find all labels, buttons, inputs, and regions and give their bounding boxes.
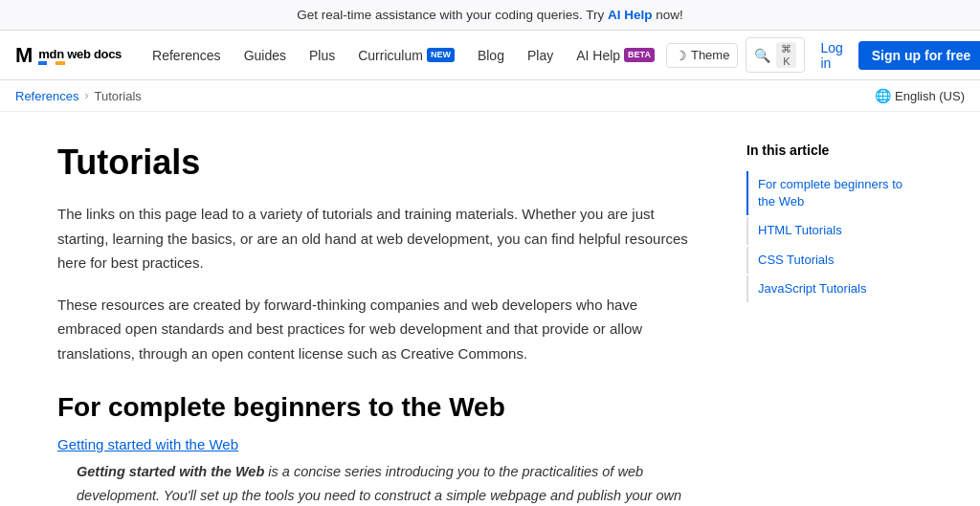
nav-links: References Guides Plus Curriculum NEW Bl…	[141, 31, 666, 80]
nav-guides[interactable]: Guides	[233, 31, 298, 80]
logo[interactable]: M mdn web docs	[15, 45, 122, 66]
nav-right: ☽ Theme 🔍 ⌘ K Log in Sign up for free	[666, 36, 980, 75]
breadcrumb-separator: ›	[84, 89, 88, 102]
toc-link-css[interactable]: CSS Tutorials	[758, 253, 834, 267]
banner-suffix: now!	[653, 8, 683, 22]
toc-item-beginners: For complete beginners to the Web	[746, 171, 923, 215]
toc-link-html[interactable]: HTML Tutorials	[758, 223, 842, 237]
page-title: Tutorials	[57, 143, 689, 183]
search-icon: 🔍	[754, 48, 770, 63]
section1-desc-text: Getting started with the Web is a concis…	[77, 460, 689, 506]
intro-paragraph-1: The links on this page lead to a variety…	[57, 202, 689, 275]
top-banner: Get real-time assistance with your codin…	[0, 0, 980, 31]
content-area: Tutorials The links on this page lead to…	[0, 112, 727, 506]
toc-title: In this article	[746, 143, 923, 158]
section1-desc-strong: Getting started with the Web	[77, 464, 264, 479]
search-button[interactable]: 🔍 ⌘ K	[746, 37, 805, 73]
nav-blog[interactable]: Blog	[466, 31, 516, 80]
main-layout: Tutorials The links on this page lead to…	[0, 112, 980, 506]
nav-ai-help[interactable]: AI Help BETA	[565, 31, 666, 80]
nav-plus[interactable]: Plus	[298, 31, 346, 80]
logo-text: mdn web docs	[38, 47, 122, 61]
nav-references[interactable]: References	[141, 31, 233, 80]
login-button[interactable]: Log in	[813, 36, 850, 75]
breadcrumb-current: Tutorials	[94, 89, 141, 103]
toc-list: For complete beginners to the Web HTML T…	[746, 171, 923, 302]
theme-icon: ☽	[675, 48, 687, 63]
nav-play[interactable]: Play	[516, 31, 565, 80]
banner-text: Get real-time assistance with your codin…	[297, 8, 608, 22]
logo-stripe	[38, 61, 65, 65]
getting-started-link[interactable]: Getting started with the Web	[57, 436, 238, 452]
toc-item-css: CSS Tutorials	[746, 247, 923, 274]
toc-link-beginners[interactable]: For complete beginners to the Web	[758, 177, 902, 209]
curriculum-badge: NEW	[427, 48, 455, 62]
section1-title: For complete beginners to the Web	[57, 392, 689, 423]
theme-label: Theme	[691, 48, 729, 62]
theme-button[interactable]: ☽ Theme	[666, 43, 738, 68]
language-selector[interactable]: 🌐 English (US)	[875, 88, 965, 103]
breadcrumb-references[interactable]: References	[15, 89, 78, 103]
signup-button[interactable]: Sign up for free	[858, 41, 980, 70]
toc-link-js[interactable]: JavaScript Tutorials	[758, 281, 866, 296]
nav-curriculum[interactable]: Curriculum NEW	[346, 31, 466, 80]
globe-icon: 🌐	[875, 88, 891, 103]
breadcrumb: References › Tutorials 🌐 English (US)	[0, 80, 980, 112]
table-of-contents: In this article For complete beginners t…	[727, 112, 938, 506]
ai-help-badge: BETA	[624, 48, 655, 62]
toc-item-js: JavaScript Tutorials	[746, 275, 923, 302]
section1-description: Getting started with the Web is a concis…	[57, 460, 689, 506]
ai-help-banner-link[interactable]: AI Help	[608, 8, 653, 22]
logo-letter: M	[15, 45, 33, 66]
search-shortcut: ⌘ K	[776, 42, 796, 68]
toc-item-html: HTML Tutorials	[746, 217, 923, 244]
intro-paragraph-2: These resources are created by forward-t…	[57, 293, 689, 366]
language-label: English (US)	[895, 89, 965, 103]
navbar: M mdn web docs References Guides Plus Cu…	[0, 31, 980, 80]
